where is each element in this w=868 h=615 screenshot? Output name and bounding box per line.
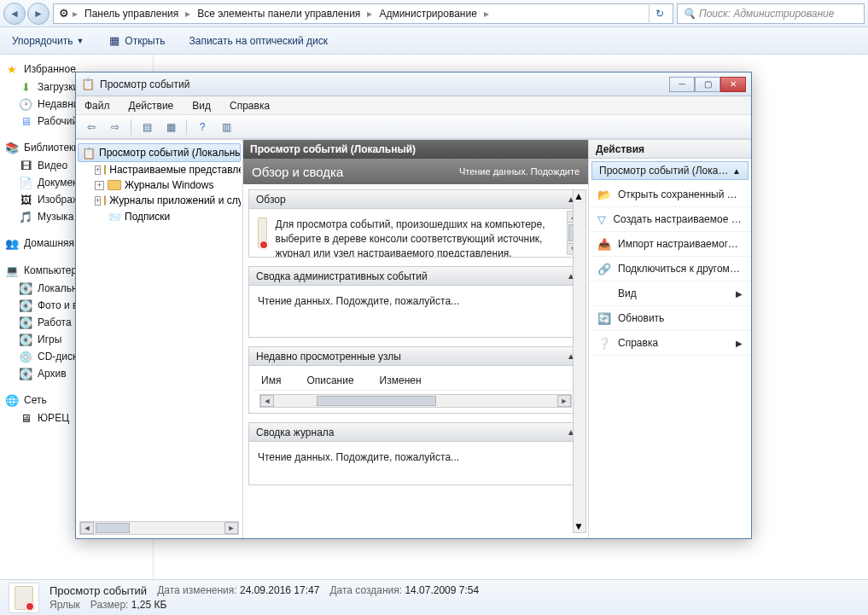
minimize-button[interactable]: ─ xyxy=(669,77,695,92)
action-label: Импорт настраиваемого представления... xyxy=(618,238,743,250)
folder-icon xyxy=(104,165,106,175)
panel-header[interactable]: Обзор▲ xyxy=(249,190,582,209)
action-label: Вид xyxy=(618,287,637,299)
breadcrumb-seg[interactable]: Все элементы панели управления xyxy=(192,6,365,21)
organize-button[interactable]: Упорядочить ▼ xyxy=(7,32,89,50)
eventviewer-icon: 📋 xyxy=(81,78,95,91)
tree-label: Настраиваемые представления xyxy=(109,164,241,176)
open-button[interactable]: ▦Открыть xyxy=(102,31,170,51)
disk-icon: 💽 xyxy=(19,281,32,295)
loading-status: Чтение данных. Подождите xyxy=(459,166,580,177)
refresh-icon: 🔄 xyxy=(597,311,611,325)
close-button[interactable]: ✕ xyxy=(720,77,746,92)
breadcrumb-seg[interactable]: Администрирование xyxy=(374,6,481,21)
col-modified[interactable]: Изменен xyxy=(380,374,422,386)
col-desc[interactable]: Описание xyxy=(306,374,353,386)
panel-header[interactable]: Сводка журнала▲ xyxy=(249,423,582,442)
status-value: 14.07.2009 7:54 xyxy=(405,584,479,596)
menu-action[interactable]: Действие xyxy=(125,98,178,113)
status-label: Дата создания: xyxy=(329,584,402,596)
actions-panel: Действия Просмотр событий (Локальный) ▲ … xyxy=(589,140,751,538)
open-icon: ▦ xyxy=(108,34,121,48)
status-value: 1,25 КБ xyxy=(131,599,167,611)
action-label: Открыть сохраненный журнал... xyxy=(618,189,743,200)
breadcrumb[interactable]: ⚙ ▸ Панель управления▸ Все элементы пане… xyxy=(53,3,673,24)
panel-log-summary: Сводка журнала▲ Чтение данных. Подождите… xyxy=(248,422,583,485)
menu-view[interactable]: Вид xyxy=(189,98,214,113)
action-item[interactable]: 📂Открыть сохраненный журнал... xyxy=(589,183,751,207)
action-item[interactable]: Вид▶ xyxy=(589,281,751,306)
action-item[interactable]: ▽Создать настраиваемое представление... xyxy=(589,207,751,232)
video-icon: 🎞 xyxy=(19,159,32,172)
menu-file[interactable]: Файл xyxy=(81,98,114,113)
center-subheader: Обзор и сводка Чтение данных. Подождите xyxy=(243,159,588,184)
view-icon[interactable]: ▥ xyxy=(216,118,236,136)
actions-group-header[interactable]: Просмотр событий (Локальный) ▲ xyxy=(591,161,749,180)
nav-forward-button[interactable]: ► xyxy=(27,3,50,25)
folder-icon xyxy=(108,180,121,190)
maximize-button[interactable]: ▢ xyxy=(695,77,720,92)
status-bar: Просмотр событий Дата изменения: 24.09.2… xyxy=(0,579,868,615)
panel-overview: Обзор▲ Для просмотра событий, произошедш… xyxy=(248,189,583,258)
horizontal-scrollbar[interactable]: ◄► xyxy=(79,521,239,535)
help-icon[interactable]: ? xyxy=(192,118,213,136)
status-label: Размер: xyxy=(90,599,129,611)
expand-icon[interactable]: + xyxy=(95,165,101,175)
tree-label: Подписки xyxy=(125,211,170,223)
action-item[interactable]: 🔄Обновить xyxy=(589,306,751,331)
desktop-icon: 🖥 xyxy=(19,114,32,128)
breadcrumb-seg[interactable]: Панель управления xyxy=(79,6,184,21)
folder-open-icon: 📂 xyxy=(597,188,611,201)
status-value: 24.09.2016 17:47 xyxy=(240,584,319,596)
window-title: Просмотр событий xyxy=(100,78,664,90)
library-icon: 📚 xyxy=(5,141,19,154)
action-item[interactable]: 📥Импорт настраиваемого представления... xyxy=(589,232,751,257)
tree-item[interactable]: +Журналы приложений и служб xyxy=(78,193,241,208)
tree-item[interactable]: 📨Подписки xyxy=(78,208,241,225)
icon-toolbar: ⇦ ⇨ ▤ ▦ ? ▥ xyxy=(76,115,751,139)
center-panel: Просмотр событий (Локальный) Обзор и сво… xyxy=(243,140,589,538)
expand-icon[interactable]: + xyxy=(95,181,104,190)
chevron-right-icon: ▶ xyxy=(736,339,743,348)
titlebar[interactable]: 📋 Просмотр событий ─ ▢ ✕ xyxy=(76,73,751,96)
help-icon: ❔ xyxy=(597,336,611,350)
explorer-toolbar: Упорядочить ▼ ▦Открыть Записать на оптич… xyxy=(0,27,868,55)
folder-icon xyxy=(104,195,106,206)
tree-root[interactable]: 📋 Просмотр событий (Локальный) xyxy=(78,143,241,162)
refresh-icon[interactable]: ↻ xyxy=(649,3,669,24)
cd-icon: 💿 xyxy=(19,350,32,363)
tree-item[interactable]: +Журналы Windows xyxy=(78,177,241,193)
back-icon[interactable]: ⇦ xyxy=(81,118,102,136)
horizontal-scrollbar[interactable]: ◄► xyxy=(259,394,572,408)
collapse-icon[interactable]: ▲ xyxy=(732,166,741,176)
disk-icon: 💽 xyxy=(19,333,32,346)
homegroup-icon: 👥 xyxy=(5,236,19,250)
search-icon: 🔍 xyxy=(683,8,696,20)
vertical-scrollbar[interactable]: ▲▼ xyxy=(573,189,586,533)
tree-panel: 📋 Просмотр событий (Локальный) +Настраив… xyxy=(76,140,243,538)
disk-icon: 💽 xyxy=(19,299,32,312)
panel-admin-summary: Сводка административных событий▲ Чтение … xyxy=(248,266,583,338)
col-name[interactable]: Имя xyxy=(261,374,281,386)
view-icon xyxy=(597,287,611,300)
forward-icon[interactable]: ⇨ xyxy=(105,118,125,136)
menu-help[interactable]: Справка xyxy=(226,98,273,113)
search-input[interactable]: 🔍 Поиск: Администрирование xyxy=(677,3,865,24)
properties-icon[interactable]: ▦ xyxy=(160,118,181,136)
address-bar: ◄ ► ⚙ ▸ Панель управления▸ Все элементы … xyxy=(0,0,868,27)
panel-header[interactable]: Сводка административных событий▲ xyxy=(249,267,582,286)
expand-icon[interactable]: + xyxy=(95,196,101,206)
action-item[interactable]: 🔗Подключиться к другому компьютеру... xyxy=(589,257,751,281)
tree-item[interactable]: +Настраиваемые представления xyxy=(78,162,241,177)
show-tree-icon[interactable]: ▤ xyxy=(137,118,157,136)
column-headers: Имя Описание Изменен xyxy=(253,371,579,391)
action-item[interactable]: ❔Справка▶ xyxy=(589,331,751,356)
status-label: Дата изменения: xyxy=(157,584,237,596)
import-icon: 📥 xyxy=(597,237,611,251)
actions-title: Действия xyxy=(589,140,751,159)
panel-header[interactable]: Недавно просмотренные узлы▲ xyxy=(249,347,582,366)
disk-icon: 💽 xyxy=(19,367,32,380)
burn-button[interactable]: Записать на оптический диск xyxy=(184,32,333,50)
action-label: Создать настраиваемое представление... xyxy=(613,213,743,225)
nav-back-button[interactable]: ◄ xyxy=(3,3,26,25)
